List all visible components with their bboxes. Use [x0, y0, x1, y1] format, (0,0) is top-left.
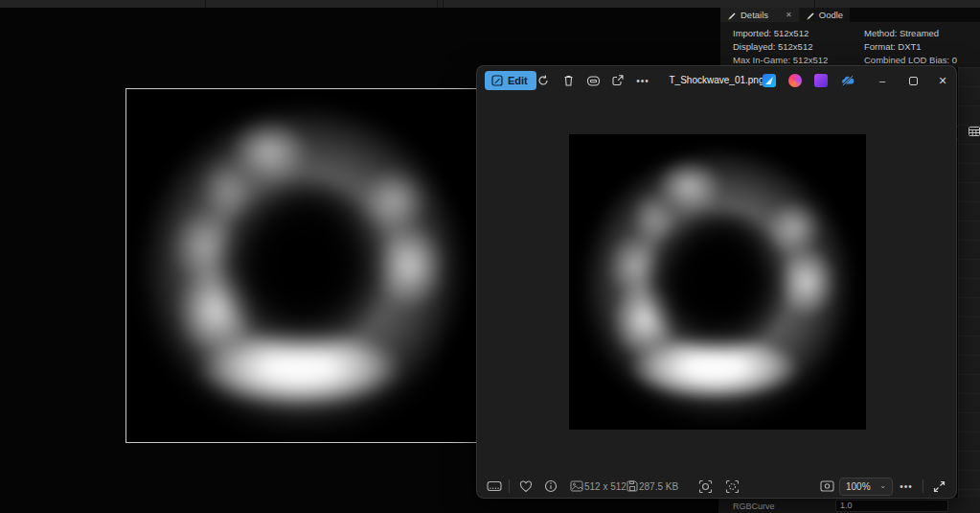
fit-window-button[interactable] [817, 477, 836, 496]
image-dimensions: 512 x 512 [584, 481, 627, 492]
image-icon [570, 480, 583, 492]
chevron-down-icon: ⌄ [879, 481, 886, 490]
statusbar-divider [509, 479, 510, 493]
texture-stats: Imported: 512x512 Method: Streamed Displ… [733, 27, 972, 67]
stats-row: Imported: 512x512 Method: Streamed [733, 27, 972, 40]
texture-details-panel: Details ✕ Oodle Imported: 512x512 Method… [720, 8, 980, 67]
info-icon [544, 479, 558, 493]
fit-window-icon [820, 480, 834, 492]
rgbcurve-value-field[interactable]: 1.0 [835, 500, 948, 512]
close-button[interactable]: ✕ [929, 72, 956, 89]
filmstrip-toggle-button[interactable] [485, 477, 504, 496]
favorite-button[interactable] [516, 477, 536, 496]
edit-button[interactable]: Edit [485, 71, 536, 90]
toolbar-separator [205, 0, 206, 8]
copilot-app-icon[interactable] [788, 74, 802, 87]
shockwave-texture-image [126, 89, 480, 442]
toolbar-separator [443, 0, 444, 8]
toolbar-separator [437, 0, 438, 8]
share-icon [611, 74, 625, 87]
maximize-icon [909, 77, 918, 85]
tab-details-label: Details [741, 10, 768, 20]
edit-button-label: Edit [508, 75, 528, 86]
stat-displayed: Displayed: 512x512 [733, 40, 864, 54]
photos-titlebar: Edit [477, 66, 956, 95]
rotate-icon [536, 74, 550, 87]
more-icon: ••• [900, 481, 913, 492]
grid-view-icon[interactable] [969, 126, 980, 137]
actual-size-icon [725, 479, 740, 494]
statusbar-more-button[interactable]: ••• [897, 477, 916, 496]
zoom-level-value: 100% [846, 481, 871, 492]
statusbar-divider [923, 479, 923, 493]
minimize-icon: – [879, 75, 885, 86]
file-size: 287.5 KB [639, 481, 678, 492]
save-icon [627, 480, 638, 492]
expand-icon [933, 480, 946, 493]
filmstrip-icon [487, 480, 502, 492]
details-tabbar: Details ✕ Oodle [720, 8, 980, 22]
actual-size-button[interactable] [722, 477, 741, 496]
photos-statusbar: 512 x 512 287.5 KB [477, 473, 956, 499]
edit-pencil-icon [806, 11, 815, 20]
tab-oodle-label: Oodle [819, 10, 843, 20]
zoom-to-fit-button[interactable] [695, 477, 715, 496]
edit-pencil-icon [491, 75, 503, 86]
editor-toolbar-strip [0, 0, 980, 8]
heart-icon [519, 480, 533, 493]
property-row-rgbcurve: RGBCurve 1.0 [718, 498, 980, 513]
tab-close-icon[interactable]: ✕ [786, 11, 792, 19]
stat-format: Format: DXT1 [864, 40, 972, 54]
photos-window: Edit [476, 65, 957, 499]
texture-preview-large [125, 88, 481, 443]
photo-canvas [569, 134, 866, 430]
minimize-button[interactable]: – [869, 72, 896, 89]
stat-imported: Imported: 512x512 [733, 27, 864, 40]
shockwave-photo-image [569, 134, 866, 430]
rotate-button[interactable] [533, 71, 554, 90]
zoom-fit-icon [698, 479, 713, 494]
share-button[interactable] [607, 71, 628, 90]
tab-oodle[interactable]: Oodle [799, 8, 850, 22]
close-icon: ✕ [938, 75, 946, 87]
more-icon: ••• [636, 76, 650, 86]
print-button[interactable] [582, 71, 604, 90]
info-button[interactable] [541, 477, 560, 496]
rgbcurve-label: RGBCurve [733, 501, 775, 511]
dimensions-icon-wrap [567, 477, 586, 496]
trash-icon [562, 74, 575, 87]
fullscreen-button[interactable] [929, 477, 948, 496]
maximize-button[interactable] [900, 72, 926, 89]
clipchamp-app-icon[interactable] [814, 74, 828, 87]
tab-details[interactable]: Details ✕ [720, 8, 799, 22]
screen: Details ✕ Oodle Imported: 512x512 Method… [0, 0, 980, 513]
stat-method: Method: Streamed [864, 27, 972, 40]
stats-row: Displayed: 512x512 Format: DXT1 [733, 40, 972, 54]
edit-pencil-icon [727, 11, 737, 20]
toolbar-separator [814, 0, 815, 8]
print-icon [586, 75, 601, 87]
delete-button[interactable] [558, 71, 579, 90]
zoom-level-dropdown[interactable]: 100% ⌄ [839, 478, 893, 496]
designer-app-icon[interactable] [763, 74, 776, 87]
onedrive-slash-icon[interactable] [840, 74, 854, 87]
